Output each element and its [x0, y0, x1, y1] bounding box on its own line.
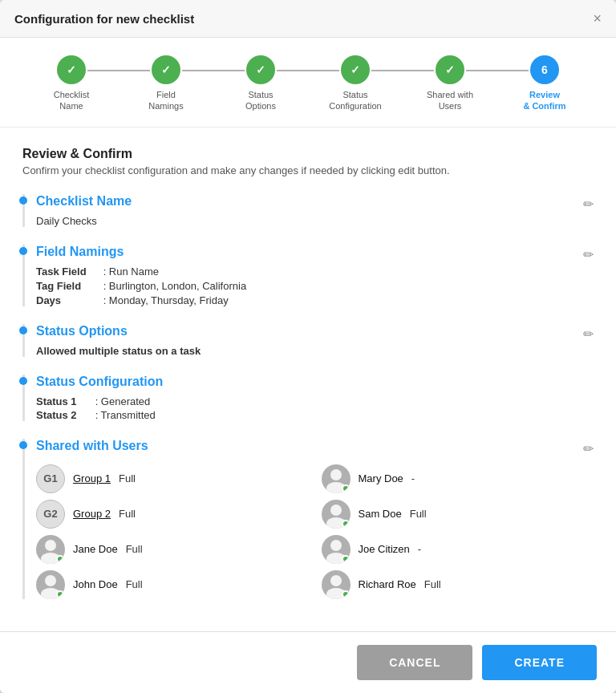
field-namings-label: Field Namings — [36, 245, 124, 259]
svg-point-6 — [330, 540, 342, 551]
shared-with-users-label: Shared with Users — [36, 439, 148, 453]
user-name[interactable]: Group 2 — [73, 508, 111, 520]
checklist-name-edit-button[interactable]: ✏ — [583, 197, 594, 212]
user-row: G2Group 2Full — [36, 500, 309, 529]
step-label-2: Field Namings — [148, 89, 183, 112]
step-circle-6[interactable]: 6 — [530, 55, 559, 84]
cancel-button[interactable]: CANCEL — [357, 645, 472, 680]
task-field-val: : Run Name — [103, 265, 159, 278]
step-circle-3[interactable]: ✓ — [246, 55, 275, 84]
close-button[interactable]: × — [593, 11, 602, 26]
shared-with-users-section: Shared with Users ✏ G1Group 1FullMary Do… — [22, 439, 594, 599]
avatar: G1 — [36, 464, 65, 493]
user-name: Sam Doe — [359, 508, 402, 520]
online-indicator — [342, 520, 350, 528]
tag-field-val: : Burlington, London, California — [103, 280, 247, 292]
user-access: Full — [126, 578, 150, 590]
field-namings-edit-button[interactable]: ✏ — [583, 247, 594, 262]
user-name: Jane Doe — [73, 543, 118, 555]
avatar: G2 — [36, 500, 65, 529]
status2-val: : Transmitted — [95, 409, 156, 421]
user-access: Full — [410, 508, 434, 520]
modal: Configuration for new checklist × ✓Check… — [0, 0, 616, 693]
online-indicator — [342, 590, 350, 598]
status1-row: Status 1 : Generated — [36, 395, 594, 407]
avatar — [322, 500, 351, 529]
avatar — [36, 535, 65, 564]
user-row: John DoeFull — [36, 570, 309, 599]
step-5: ✓Shared with Users — [403, 55, 497, 112]
step-label-3: Status Options — [245, 89, 276, 112]
user-access: Full — [424, 578, 448, 590]
field-namings-section: Field Namings ✏ Task Field : Run Name Ta… — [22, 245, 594, 306]
allowed-text: Allowed multiple status on a task — [36, 345, 594, 357]
step-4: ✓Status Configuration — [308, 55, 403, 112]
user-access: Full — [119, 508, 143, 520]
checklist-name-section: Checklist Name ✏ Daily Checks — [22, 194, 594, 227]
avatar — [36, 570, 65, 599]
svg-point-4 — [45, 540, 56, 551]
step-circle-2[interactable]: ✓ — [152, 55, 180, 84]
days-row: Days : Monday, Thursday, Friday — [36, 294, 594, 306]
step-label-6: Review & Confirm — [523, 89, 565, 112]
status1-val: : Generated — [95, 395, 151, 407]
user-name: Richard Roe — [359, 578, 416, 590]
status2-key: Status 2 — [36, 409, 92, 421]
status-options-section: Status Options ✏ Allowed multiple status… — [22, 324, 594, 357]
online-indicator — [342, 484, 350, 492]
online-indicator — [56, 555, 64, 563]
avatar — [322, 464, 351, 493]
modal-title: Configuration for new checklist — [14, 12, 194, 26]
user-row: Joe Citizen- — [322, 535, 594, 564]
user-name: John Doe — [73, 578, 118, 590]
days-key: Days — [36, 294, 100, 306]
user-access: Full — [119, 472, 143, 484]
main-content: Review & Confirm Confirm your checklist … — [0, 128, 616, 631]
page-subtitle: Confirm your checklist configuration and… — [22, 164, 594, 176]
user-access: Full — [126, 543, 150, 555]
create-button[interactable]: CREATE — [482, 645, 597, 680]
modal-header: Configuration for new checklist × — [0, 0, 616, 38]
step-circle-4[interactable]: ✓ — [341, 55, 370, 84]
task-field-key: Task Field — [36, 265, 100, 278]
users-grid: G1Group 1FullMary Doe-G2Group 2FullSam D… — [36, 464, 594, 599]
page-title: Review & Confirm — [22, 147, 594, 161]
step-3: ✓Status Options — [213, 55, 308, 112]
svg-point-0 — [330, 469, 342, 480]
user-row: G1Group 1Full — [36, 464, 309, 493]
user-access: - — [418, 543, 442, 555]
step-1: ✓Checklist Name — [24, 55, 119, 112]
task-field-row: Task Field : Run Name — [36, 265, 594, 278]
svg-point-8 — [45, 575, 56, 586]
stepper: ✓Checklist Name✓Field Namings✓Status Opt… — [0, 38, 616, 128]
status-configuration-section: Status Configuration Status 1 : Generate… — [22, 375, 594, 421]
user-name[interactable]: Group 1 — [73, 472, 111, 484]
step-circle-5[interactable]: ✓ — [436, 55, 464, 84]
avatar — [322, 535, 351, 564]
svg-point-2 — [330, 505, 342, 516]
user-row: Mary Doe- — [322, 464, 594, 493]
days-val: : Monday, Thursday, Friday — [103, 294, 229, 306]
status-options-label: Status Options — [36, 324, 128, 338]
step-6: 6Review & Confirm — [497, 55, 592, 112]
step-circle-1[interactable]: ✓ — [57, 55, 86, 84]
user-name: Mary Doe — [359, 472, 403, 484]
online-indicator — [342, 555, 350, 563]
user-name: Joe Citizen — [359, 543, 410, 555]
step-label-5: Shared with Users — [427, 89, 473, 112]
shared-with-users-edit-button[interactable]: ✏ — [583, 441, 594, 456]
step-label-4: Status Configuration — [329, 89, 381, 112]
user-row: Richard RoeFull — [322, 570, 594, 599]
user-access: - — [411, 472, 436, 484]
checklist-name-label: Checklist Name — [36, 194, 132, 209]
user-row: Jane DoeFull — [36, 535, 309, 564]
online-indicator — [56, 590, 64, 598]
status-configuration-label: Status Configuration — [36, 375, 163, 389]
avatar — [322, 570, 351, 599]
tag-field-key: Tag Field — [36, 280, 100, 292]
status1-key: Status 1 — [36, 395, 92, 407]
tag-field-row: Tag Field : Burlington, London, Californ… — [36, 280, 594, 292]
user-row: Sam DoeFull — [322, 500, 594, 529]
step-2: ✓Field Namings — [119, 55, 213, 112]
status-options-edit-button[interactable]: ✏ — [583, 326, 594, 342]
